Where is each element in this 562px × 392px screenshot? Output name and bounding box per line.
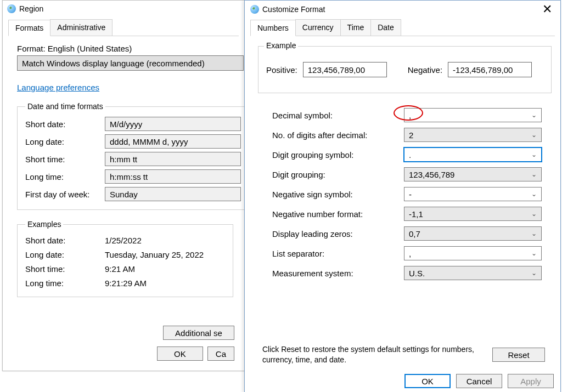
- neg-fmt-combo[interactable]: -1,1 ⌄: [404, 207, 542, 221]
- ex-long-time-label: Long time:: [25, 279, 105, 288]
- leading-zero-combo[interactable]: 0,7 ⌄: [404, 226, 542, 241]
- customize-apply-button[interactable]: Apply: [508, 374, 554, 388]
- neg-fmt-value: -1,1: [409, 209, 423, 219]
- chevron-down-icon: ⌄: [531, 131, 537, 139]
- long-time-value: h:mm:ss tt: [110, 172, 148, 181]
- chevron-down-icon: ⌄: [531, 210, 537, 218]
- tab-numbers[interactable]: Numbers: [250, 20, 296, 36]
- region-cancel-button[interactable]: Ca: [207, 346, 234, 361]
- example-group: Example Positive: 123,456,789,00 Negativ…: [258, 46, 552, 93]
- format-combo[interactable]: Match Windows display language (recommen…: [17, 55, 244, 71]
- language-preferences-link[interactable]: Language preferences: [17, 83, 99, 92]
- additional-settings-button[interactable]: Additional se: [163, 326, 234, 340]
- reset-description: Click Reset to restore the system defaul…: [262, 344, 492, 365]
- measure-combo[interactable]: U.S. ⌄: [404, 266, 542, 280]
- region-tabs: Formats Administrative: [8, 19, 239, 36]
- ex-long-date-value: Tuesday, January 25, 2022: [105, 250, 204, 259]
- globe-icon: [7, 4, 16, 13]
- positive-example-value: 123,456,789,00: [308, 65, 365, 75]
- tab-date[interactable]: Date: [370, 19, 401, 36]
- grouping-label: Digit grouping:: [272, 170, 404, 179]
- region-ok-button[interactable]: OK: [157, 346, 203, 361]
- region-title-text: Region: [19, 4, 43, 13]
- reset-button[interactable]: Reset: [492, 348, 545, 362]
- digits-after-label: No. of digits after decimal:: [272, 130, 404, 140]
- decimal-symbol-label: Decimal symbol:: [272, 111, 404, 120]
- customize-titlebar[interactable]: Customize Format ✕: [245, 1, 560, 18]
- customize-title-text: Customize Format: [262, 5, 325, 14]
- neg-sign-value: -: [409, 190, 412, 199]
- date-time-legend: Date and time formats: [25, 102, 105, 111]
- ex-long-time-value: 9:21:29 AM: [105, 279, 147, 288]
- long-date-value: dddd, MMMM d, yyyy: [110, 137, 188, 146]
- grouping-symbol-label: Digit grouping symbol:: [272, 150, 404, 160]
- customize-cancel-button[interactable]: Cancel: [456, 374, 502, 388]
- ex-short-time-value: 9:21 AM: [105, 264, 135, 274]
- first-day-label: First day of week:: [25, 190, 105, 199]
- date-time-group: Date and time formats Short date: M/d/yy…: [17, 102, 247, 210]
- grouping-value: 123,456,789: [409, 170, 454, 179]
- examples-group: Examples Short date: 1/25/2022 Long date…: [17, 220, 233, 297]
- globe-icon: [250, 5, 259, 14]
- chevron-down-icon: ⌄: [531, 249, 537, 257]
- neg-sign-label: Negative sign symbol:: [272, 190, 404, 199]
- short-time-label: Short time:: [25, 155, 105, 164]
- ex-short-date-value: 1/25/2022: [105, 236, 142, 245]
- short-date-combo[interactable]: M/d/yyyy: [105, 117, 241, 131]
- customize-format-dialog: Customize Format ✕ Numbers Currency Time…: [244, 0, 561, 392]
- tab-currency[interactable]: Currency: [295, 19, 341, 36]
- positive-example-field: 123,456,789,00: [303, 62, 387, 77]
- negative-label: Negative:: [408, 65, 442, 75]
- customize-ok-button[interactable]: OK: [404, 374, 451, 388]
- decimal-symbol-combo[interactable]: , ⌄: [404, 108, 542, 122]
- region-titlebar[interactable]: Region: [3, 1, 244, 17]
- negative-example-value: -123,456,789,00: [453, 65, 513, 75]
- neg-sign-combo[interactable]: - ⌄: [404, 187, 542, 201]
- list-sep-combo[interactable]: , ⌄: [404, 246, 542, 260]
- first-day-combo[interactable]: Sunday: [105, 187, 241, 201]
- long-time-label: Long time:: [25, 172, 105, 181]
- grouping-combo[interactable]: 123,456,789 ⌄: [404, 167, 542, 181]
- chevron-down-icon: ⌄: [531, 111, 537, 119]
- close-icon[interactable]: ✕: [537, 3, 557, 15]
- short-time-value: h:mm tt: [110, 155, 137, 164]
- tab-time[interactable]: Time: [340, 19, 372, 36]
- number-settings: Decimal symbol: , ⌄ No. of digits after …: [250, 103, 555, 283]
- measure-label: Measurement system:: [272, 269, 404, 278]
- short-time-combo[interactable]: h:mm tt: [105, 152, 241, 166]
- region-dialog: Region Formats Administrative Format: En…: [2, 0, 245, 371]
- long-date-label: Long date:: [25, 137, 105, 146]
- format-label: Format: English (United States): [17, 44, 233, 53]
- positive-label: Positive:: [266, 65, 297, 75]
- digits-after-combo[interactable]: 2 ⌄: [404, 128, 542, 142]
- ex-short-date-label: Short date:: [25, 236, 105, 245]
- negative-example-field: -123,456,789,00: [448, 62, 532, 77]
- example-legend: Example: [264, 41, 298, 50]
- grouping-symbol-value: .: [409, 150, 411, 160]
- grouping-symbol-combo[interactable]: . ⌄: [404, 147, 542, 162]
- decimal-symbol-value: ,: [409, 111, 411, 120]
- digits-after-value: 2: [409, 130, 413, 140]
- ex-short-time-label: Short time:: [25, 264, 105, 274]
- format-combo-value: Match Windows display language (recommen…: [22, 59, 205, 68]
- tab-formats[interactable]: Formats: [8, 20, 50, 36]
- first-day-value: Sunday: [110, 190, 138, 199]
- list-sep-value: ,: [409, 249, 411, 258]
- short-date-label: Short date:: [25, 120, 105, 129]
- leading-zero-value: 0,7: [409, 229, 420, 238]
- neg-fmt-label: Negative number format:: [272, 209, 404, 219]
- ex-long-date-label: Long date:: [25, 250, 105, 259]
- tab-administrative[interactable]: Administrative: [50, 19, 113, 36]
- chevron-down-icon: ⌄: [531, 151, 537, 158]
- leading-zero-label: Display leading zeros:: [272, 229, 404, 238]
- examples-legend: Examples: [25, 220, 63, 229]
- list-sep-label: List separator:: [272, 249, 404, 258]
- long-date-combo[interactable]: dddd, MMMM d, yyyy: [105, 134, 241, 149]
- long-time-combo[interactable]: h:mm:ss tt: [105, 169, 241, 184]
- chevron-down-icon: ⌄: [531, 269, 537, 277]
- chevron-down-icon: ⌄: [531, 190, 537, 198]
- chevron-down-icon: ⌄: [531, 171, 537, 178]
- measure-value: U.S.: [409, 269, 425, 278]
- short-date-value: M/d/yyyy: [110, 120, 142, 129]
- customize-tabs: Numbers Currency Time Date: [250, 19, 555, 36]
